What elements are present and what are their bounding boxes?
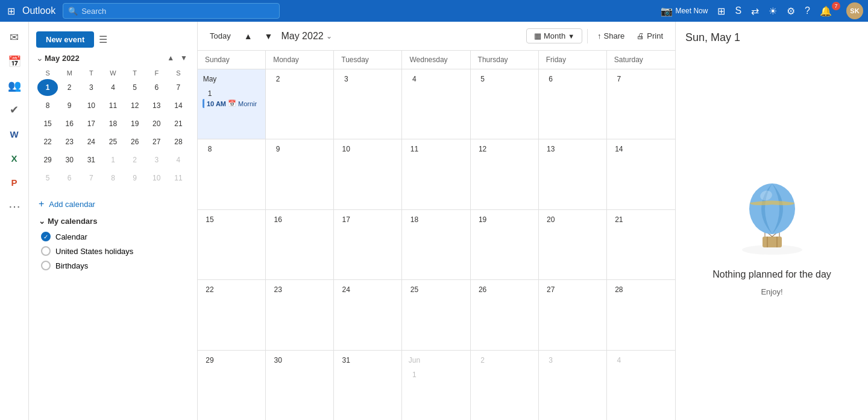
sidebar-item-calendar[interactable]: 📅 [4, 51, 25, 72]
mini-cal-day[interactable]: 28 [168, 133, 189, 150]
meet-now-button[interactable]: 📷 Meet Now [657, 4, 711, 18]
next-month-button[interactable]: ▼ [261, 29, 277, 43]
mini-cal-day[interactable]: 6 [146, 79, 167, 96]
mini-cal-day[interactable]: 19 [125, 115, 145, 132]
sidebar-item-mail[interactable]: ✉ [4, 27, 25, 48]
cal-cell[interactable]: 30 [266, 351, 334, 420]
mini-cal-day[interactable]: 7 [168, 79, 189, 96]
mini-cal-day[interactable]: 14 [168, 97, 189, 114]
mini-cal-day[interactable]: 13 [146, 97, 167, 114]
mini-cal-day[interactable]: 30 [59, 151, 80, 168]
cal-cell[interactable]: 5 [471, 69, 539, 139]
cal-cell[interactable]: 3 [334, 69, 402, 139]
mini-cal-prev-button[interactable]: ▲ [165, 52, 177, 63]
cal-cell[interactable]: 29 [198, 351, 266, 420]
month-view-button[interactable]: ▦ Month ▼ [526, 28, 582, 43]
mini-cal-day[interactable]: 1 [102, 151, 123, 168]
settings-button[interactable]: ⚙ [783, 3, 799, 19]
mini-cal-day[interactable]: 2 [125, 151, 145, 168]
avatar[interactable]: SK [846, 2, 863, 19]
event-pill[interactable]: 10 AM📅Mornir [203, 99, 260, 108]
calendar-item-calendar[interactable]: Calendar [36, 229, 190, 244]
cal-cell[interactable]: 12 [471, 139, 539, 209]
mini-cal-day[interactable]: 27 [146, 133, 167, 150]
calendar-checkbox-calendar[interactable] [41, 232, 51, 241]
mini-cal-day[interactable]: 4 [168, 151, 189, 168]
mini-cal-day[interactable]: 7 [81, 170, 101, 186]
mini-cal-day[interactable]: 1 [37, 79, 58, 96]
cal-cell[interactable]: 11 [402, 139, 470, 209]
mini-cal-day[interactable]: 16 [59, 115, 80, 132]
cal-cell[interactable]: 28 [607, 280, 675, 349]
share-button[interactable]: ↑ Share [593, 29, 629, 43]
mini-cal-day[interactable]: 17 [81, 115, 101, 132]
cal-cell[interactable]: 25 [402, 280, 470, 349]
cal-cell[interactable]: 2 [471, 351, 539, 420]
sidebar-item-more-apps[interactable]: ⋯ [4, 196, 25, 217]
mini-cal-day[interactable]: 25 [102, 133, 123, 150]
mini-cal-day[interactable]: 12 [125, 97, 145, 114]
mini-cal-day[interactable]: 5 [125, 79, 145, 96]
calendar-checkbox-us-holidays[interactable] [41, 246, 51, 256]
cal-cell[interactable]: 13 [539, 139, 607, 209]
help-button[interactable]: ? [801, 3, 814, 19]
apps-button[interactable]: ⊞ [714, 3, 729, 19]
cal-cell[interactable]: 9 [266, 139, 334, 209]
mini-cal-day[interactable]: 24 [81, 133, 101, 150]
sidebar-item-excel[interactable]: X [4, 147, 25, 169]
mini-cal-day[interactable]: 9 [125, 170, 145, 186]
cal-cell[interactable]: 8 [198, 139, 266, 209]
prev-month-button[interactable]: ▲ [241, 29, 256, 43]
mini-cal-day[interactable]: 10 [146, 170, 167, 186]
print-button[interactable]: 🖨 Print [632, 29, 668, 43]
cal-cell[interactable]: 2 [266, 69, 334, 139]
mini-cal-day[interactable]: 10 [81, 97, 101, 114]
cal-cell[interactable]: 16 [266, 210, 334, 279]
mini-cal-day[interactable]: 5 [37, 170, 58, 186]
cal-cell[interactable]: 4 [607, 351, 675, 420]
mini-cal-day[interactable]: 22 [37, 133, 58, 150]
cal-cell[interactable]: 14 [607, 139, 675, 209]
sidebar-item-word[interactable]: W [4, 123, 25, 145]
mini-cal-day[interactable]: 15 [37, 115, 58, 132]
mini-cal-day[interactable]: 3 [81, 79, 101, 96]
mini-cal-day[interactable]: 6 [59, 170, 80, 186]
mini-cal-day[interactable]: 3 [146, 151, 167, 168]
new-event-button[interactable]: New event [36, 31, 94, 48]
skype-button[interactable]: S [731, 3, 745, 19]
current-month-label[interactable]: May 2022 ⌄ [281, 31, 332, 42]
mini-cal-day[interactable]: 8 [37, 97, 58, 114]
mini-cal-day[interactable]: 21 [168, 115, 189, 132]
cal-cell[interactable]: 31 [334, 351, 402, 420]
collapse-sidebar-button[interactable]: ☰ [98, 33, 108, 46]
sidebar-item-people[interactable]: 👥 [4, 75, 25, 97]
mini-cal-day[interactable]: 26 [125, 133, 145, 150]
cal-cell[interactable]: Jun 1 [402, 351, 470, 420]
mini-cal-day[interactable]: 11 [102, 97, 123, 114]
cal-cell[interactable]: 26 [471, 280, 539, 349]
sidebar-item-powerpoint[interactable]: P [4, 171, 25, 193]
mini-cal-title[interactable]: May 2022 [45, 54, 80, 63]
mini-cal-day[interactable]: 23 [59, 133, 80, 150]
mini-cal-next-button[interactable]: ▼ [178, 52, 190, 63]
add-calendar-button[interactable]: + Add calendar [29, 195, 197, 213]
cal-cell[interactable]: 15 [198, 210, 266, 279]
cal-cell[interactable]: 7 [607, 69, 675, 139]
cal-cell[interactable]: May 110 AM📅Mornir [198, 69, 266, 139]
mini-cal-day[interactable]: 8 [102, 170, 123, 186]
mini-cal-day[interactable]: 29 [37, 151, 58, 168]
cal-cell[interactable]: 19 [471, 210, 539, 279]
mini-cal-day[interactable]: 18 [102, 115, 123, 132]
cal-cell[interactable]: 21 [607, 210, 675, 279]
cal-cell[interactable]: 24 [334, 280, 402, 349]
mini-cal-day[interactable]: 20 [146, 115, 167, 132]
mini-cal-day[interactable]: 31 [81, 151, 101, 168]
cal-cell[interactable]: 20 [539, 210, 607, 279]
waffle-icon[interactable]: ⊞ [5, 3, 17, 19]
calendar-item-us-holidays[interactable]: United States holidays [36, 244, 190, 258]
my-calendars-header[interactable]: ⌄ My calendars [36, 213, 190, 229]
cal-cell[interactable]: 23 [266, 280, 334, 349]
calendar-checkbox-birthdays[interactable] [41, 261, 51, 270]
sidebar-item-tasks[interactable]: ✔ [4, 99, 25, 121]
search-bar[interactable]: 🔍 [63, 3, 280, 19]
